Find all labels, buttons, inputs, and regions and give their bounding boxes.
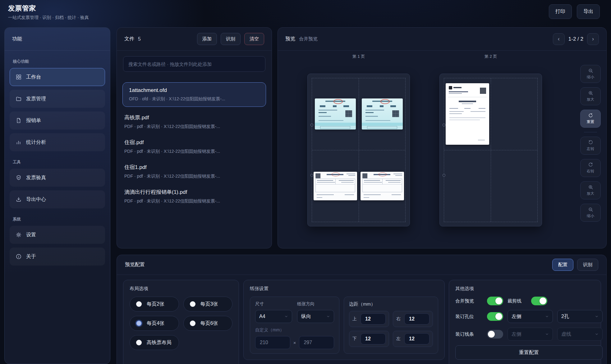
rotate-left-button[interactable]: 左转 bbox=[580, 137, 601, 155]
file-name: 住宿.pdf bbox=[124, 139, 264, 146]
margin-right-label: 右 bbox=[396, 316, 401, 322]
sidebar-title: 功能 bbox=[5, 28, 110, 51]
binding-line-toggle[interactable] bbox=[487, 330, 503, 339]
sidebar-item-label: 发票验真 bbox=[26, 175, 46, 181]
margin-bottom-cell: 下 bbox=[349, 331, 389, 347]
binding-holes-count-select[interactable]: 2孔 bbox=[557, 310, 603, 323]
layout-option-3-per-page[interactable]: 每页3张 bbox=[183, 297, 233, 312]
recognize-files-button[interactable]: 识别 bbox=[221, 33, 241, 45]
margin-left-cell: 左 bbox=[393, 331, 433, 347]
orientation-select[interactable]: 纵向 bbox=[297, 310, 334, 323]
size-label: 尺寸 bbox=[255, 301, 292, 307]
sidebar-item-about[interactable]: 关于 bbox=[10, 248, 105, 266]
file-search-input[interactable] bbox=[123, 56, 265, 72]
chevron-down-icon bbox=[595, 315, 599, 318]
train-ticket-thumbnail bbox=[315, 98, 356, 130]
margin-left-label: 左 bbox=[396, 336, 401, 342]
paper-settings-card: 纸张设置 尺寸 纸张方向 A4 纵向 自定义（mm） bbox=[243, 280, 445, 360]
zoom-out-button[interactable]: 缩小 bbox=[580, 65, 601, 83]
document-icon bbox=[16, 117, 22, 124]
header-actions: 打印 导出 bbox=[549, 4, 600, 19]
tab-config[interactable]: 配置 bbox=[552, 259, 573, 271]
preview-config-panel: 预览配置 配置 识别 布局选项 每页2张 每页3张 每页4张 bbox=[117, 255, 607, 364]
invoice-thumbnail bbox=[361, 172, 404, 200]
chevron-down-icon bbox=[545, 315, 549, 318]
scale-down-button[interactable]: 缩小 bbox=[580, 204, 601, 222]
app-header: 发票管家 一站式发票管理 · 识别 · 归档 · 统计 · 验真 bbox=[8, 4, 89, 20]
preview-toolbar: 缩小 放大 重置 左转 右转 放大 缩小 bbox=[578, 65, 603, 222]
scale-up-button[interactable]: 放大 bbox=[580, 181, 601, 199]
crop-line-toggle[interactable] bbox=[531, 297, 547, 305]
sidebar-item-stats[interactable]: 统计分析 bbox=[10, 133, 105, 151]
clear-files-button[interactable]: 清空 bbox=[244, 33, 264, 45]
app-subtitle: 一站式发票管理 · 识别 · 归档 · 统计 · 验真 bbox=[8, 15, 89, 20]
file-meta: PDF · pdf · 未识别 · X:\12-22信阳固始报销发票-... bbox=[124, 174, 264, 179]
layout-option-4-per-page[interactable]: 每页4张 bbox=[130, 316, 179, 331]
layout-option-train-ticket[interactable]: 高铁票布局 bbox=[130, 335, 179, 350]
preview-title: 预览 bbox=[285, 36, 295, 42]
sidebar-item-settings[interactable]: 设置 bbox=[10, 226, 105, 244]
next-page-button[interactable]: › bbox=[587, 33, 599, 45]
file-list-item[interactable]: 1attachment.ofd OFD · ofd · 未识别 · X:\12-… bbox=[122, 82, 266, 107]
add-file-button[interactable]: 添加 bbox=[197, 33, 217, 45]
prev-page-button[interactable]: ‹ bbox=[553, 33, 565, 45]
radio-icon bbox=[190, 321, 195, 326]
file-list-item[interactable]: 住宿.pdf PDF · pdf · 未识别 · X:\12-22信阳固始报销发… bbox=[117, 134, 272, 159]
custom-width-input[interactable] bbox=[255, 336, 290, 349]
sidebar-item-export-center[interactable]: 导出中心 bbox=[10, 190, 105, 208]
binding-line-label: 装订线条 bbox=[455, 331, 483, 337]
app-title: 发票管家 bbox=[8, 4, 89, 13]
print-button[interactable]: 打印 bbox=[549, 4, 572, 19]
chevron-down-icon bbox=[595, 332, 599, 336]
sidebar-item-expense[interactable]: 报销单 bbox=[10, 111, 105, 130]
margins-box: 边距（mm） 上 右 下 bbox=[344, 297, 438, 354]
custom-height-input[interactable] bbox=[299, 336, 334, 349]
sidebar-item-invoices[interactable]: 发票管理 bbox=[10, 90, 105, 108]
page-range-label: 1-2 / 2 bbox=[568, 36, 583, 42]
zoom-in-icon bbox=[588, 90, 593, 96]
crop-line-label: 裁剪线 bbox=[508, 298, 527, 304]
sidebar-item-verify[interactable]: 发票验真 bbox=[10, 169, 105, 187]
folder-icon bbox=[16, 96, 22, 102]
preview-panel: 预览 合并预览 ‹ 1-2 / 2 › 第 1 页 第 2 页 bbox=[278, 27, 607, 248]
chevron-down-icon bbox=[545, 332, 549, 336]
zoom-out-icon bbox=[588, 207, 593, 212]
layout-option-6-per-page[interactable]: 每页6张 bbox=[183, 316, 233, 331]
rotate-right-button[interactable]: 右转 bbox=[580, 159, 601, 177]
sidebar-section-tools: 工具 bbox=[13, 159, 102, 165]
merge-preview-toggle[interactable] bbox=[487, 297, 503, 305]
pagination: ‹ 1-2 / 2 › bbox=[553, 33, 599, 45]
margin-top-input[interactable] bbox=[361, 313, 386, 325]
sidebar-section-core: 核心功能 bbox=[13, 59, 102, 64]
reset-icon bbox=[588, 113, 593, 118]
train-ticket-thumbnail bbox=[362, 98, 403, 130]
file-list-item[interactable]: 住宿1.pdf PDF · pdf · 未识别 · X:\12-22信阳固始报销… bbox=[117, 159, 272, 184]
binding-holes-toggle[interactable] bbox=[487, 312, 503, 321]
sidebar-section-system: 系统 bbox=[13, 216, 102, 222]
file-list-item[interactable]: 高铁票.pdf PDF · pdf · 未识别 · X:\12-22信阳固始报销… bbox=[117, 109, 272, 134]
margin-bottom-input[interactable] bbox=[361, 333, 386, 344]
zoom-out-icon bbox=[588, 68, 593, 73]
page-2-label: 第 2 页 bbox=[439, 54, 542, 59]
reset-config-button[interactable]: 重置配置 bbox=[455, 345, 603, 360]
times-separator: × bbox=[293, 340, 296, 345]
sidebar-item-workbench[interactable]: 工作台 bbox=[10, 68, 105, 86]
binding-line-side-select[interactable]: 左侧 bbox=[508, 328, 553, 341]
binding-holes-side-select[interactable]: 左侧 bbox=[508, 310, 553, 323]
tab-recognize[interactable]: 识别 bbox=[577, 259, 598, 271]
file-name: 住宿1.pdf bbox=[124, 164, 264, 171]
preview-page-2 bbox=[439, 74, 542, 226]
paper-size-select[interactable]: A4 bbox=[255, 310, 292, 323]
margin-left-input[interactable] bbox=[404, 333, 430, 344]
layout-option-2-per-page[interactable]: 每页2张 bbox=[130, 297, 179, 312]
sidebar-item-label: 关于 bbox=[26, 253, 36, 260]
binding-line-style-select[interactable]: 虚线 bbox=[557, 328, 603, 341]
config-title: 预览配置 bbox=[125, 262, 145, 268]
reset-zoom-button[interactable]: 重置 bbox=[580, 110, 601, 128]
export-button[interactable]: 导出 bbox=[577, 4, 600, 19]
file-list-item[interactable]: 滴滴出行行程报销单(1).pdf PDF · pdf · 未识别 · X:\12… bbox=[117, 184, 272, 209]
margin-right-input[interactable] bbox=[404, 313, 430, 325]
chevron-down-icon bbox=[284, 315, 288, 318]
preview-mode-label: 合并预览 bbox=[299, 36, 318, 42]
zoom-in-button[interactable]: 放大 bbox=[580, 87, 601, 105]
